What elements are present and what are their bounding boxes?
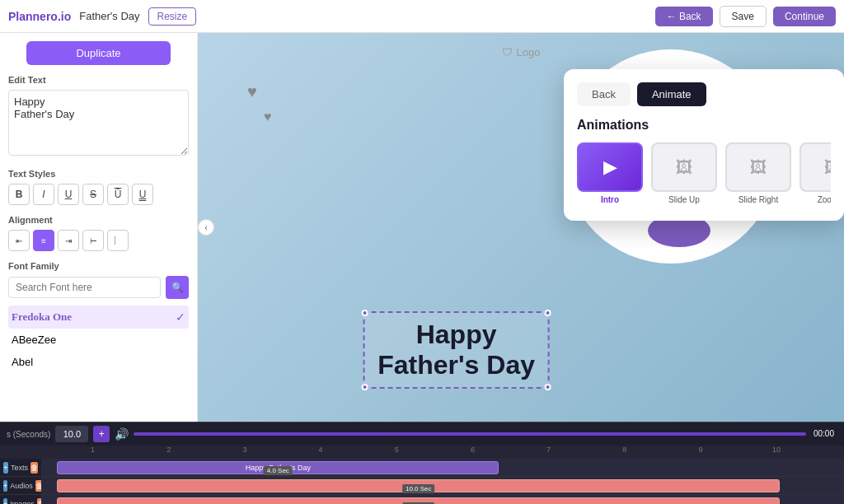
zoom-in-label: Zoom In <box>799 195 831 204</box>
animation-cards-row: ▶ Intro 🖼 Slide Up 🖼 Slide Right <box>577 142 831 208</box>
selection-dot-bl <box>361 384 368 390</box>
panel-collapse-button[interactable]: ‹ <box>198 219 214 236</box>
audios-track-label: + Audios 🗑 <box>0 477 41 494</box>
font-search-input[interactable] <box>8 277 161 298</box>
logo-label: Logo <box>517 46 541 58</box>
audios-add-button[interactable]: + <box>3 480 7 492</box>
audios-track-block[interactable]: 10.0 Sec <box>57 479 780 492</box>
bold-button[interactable]: B <box>8 184 30 205</box>
canvas-area: 🛡 Logo ♥ ♥ <box>198 33 844 422</box>
selection-dot-tr <box>545 310 551 316</box>
slide-right-visual: 🖼 <box>725 142 791 192</box>
top-right-actions: ← Back Save Continue <box>655 6 836 27</box>
continue-button[interactable]: Continue <box>773 7 836 26</box>
selection-dot-br <box>545 384 551 390</box>
logo-icon: 🛡 <box>502 46 513 58</box>
duration-input[interactable] <box>55 426 88 442</box>
zoom-in-visual: 🖼 <box>799 142 831 192</box>
images-track-content: 10.0 Sec <box>41 495 844 504</box>
align-distribute-button[interactable]: ⎸ <box>107 230 129 251</box>
timeline-controls: s (Seconds) + 🔊 00:00 <box>0 422 844 446</box>
selection-dot-tl <box>361 310 368 316</box>
texts-track-block[interactable]: Happy Father's Day 4.0 Sec <box>57 461 499 474</box>
intro-icon: ▶ <box>603 156 617 178</box>
save-button[interactable]: Save <box>720 6 767 27</box>
back-tab-button[interactable]: Back <box>577 82 631 106</box>
font-item-abel[interactable]: Abel <box>8 351 189 373</box>
ruler-mark-3: 3 <box>242 446 246 454</box>
add-duration-button[interactable]: + <box>93 426 110 442</box>
ruler-mark-7: 7 <box>546 446 551 454</box>
animation-tab-row: Back Animate <box>577 82 831 106</box>
ruler-mark-4: 4 <box>319 446 323 454</box>
edit-text-section: Edit Text Happy Father's Day <box>8 75 189 159</box>
animation-card-slide-right[interactable]: 🖼 Slide Right <box>725 142 791 204</box>
images-add-button[interactable]: + <box>3 498 7 505</box>
alignment-label: Alignment <box>8 215 189 225</box>
texts-track-row: + Texts 🗑 Happy Father's Day 4.0 Sec <box>0 459 844 477</box>
text-overlay[interactable]: Happy Father's Day <box>363 311 550 389</box>
timeline-time-display: 00:00 <box>809 427 839 440</box>
heart-icon-1: ♥ <box>247 82 272 101</box>
font-item-abeezee[interactable]: ABeeZee <box>8 329 189 351</box>
slide-up-label: Slide Up <box>651 195 717 204</box>
duplicate-button[interactable]: Duplicate <box>26 41 171 65</box>
font-search-row: 🔍 <box>8 276 189 299</box>
align-right-button[interactable]: ⇥ <box>58 230 79 251</box>
ruler-mark-9: 9 <box>698 446 702 454</box>
resize-button[interactable]: Resize <box>148 7 197 26</box>
font-family-section: Font Family 🔍 Fredoka One ✓ ABeeZee Abel <box>8 261 189 373</box>
animations-title: Animations <box>577 118 831 133</box>
align-center-button[interactable]: ≡ <box>33 230 54 251</box>
align-left-button[interactable]: ⇤ <box>8 230 30 251</box>
images-track-block[interactable]: 10.0 Sec <box>57 497 780 504</box>
texts-track-name: Texts <box>11 464 28 472</box>
hearts-decoration: ♥ ♥ <box>247 82 272 124</box>
texts-track-content: Happy Father's Day 4.0 Sec <box>41 459 844 476</box>
left-panel: Duplicate Edit Text Happy Father's Day T… <box>0 33 198 422</box>
timeline-area: s (Seconds) + 🔊 00:00 1 2 3 4 5 6 7 8 9 … <box>0 422 844 504</box>
edit-text-label: Edit Text <box>8 75 189 85</box>
volume-icon[interactable]: 🔊 <box>115 427 129 441</box>
align-justify-button[interactable]: ⊢ <box>82 230 104 251</box>
animation-card-intro[interactable]: ▶ Intro <box>577 142 643 204</box>
animate-tab-button[interactable]: Animate <box>637 82 706 106</box>
font-list: Fredoka One ✓ ABeeZee Abel <box>8 306 189 373</box>
italic-button[interactable]: I <box>33 184 54 205</box>
strikethrough-button[interactable]: S <box>82 184 104 205</box>
happy-text: Happy <box>377 320 535 350</box>
underline-button[interactable]: U <box>58 184 79 205</box>
intro-visual: ▶ <box>577 142 643 192</box>
images-track-name: Images <box>10 500 35 505</box>
audios-track-row: + Audios 🗑 10.0 Sec <box>0 477 844 495</box>
animation-card-slide-up[interactable]: 🖼 Slide Up <box>651 142 717 204</box>
overline-button[interactable]: Ū <box>107 184 129 205</box>
ruler-mark-2: 2 <box>166 446 171 454</box>
font-name-abeezee: ABeeZee <box>12 334 56 346</box>
slide-up-visual: 🖼 <box>651 142 717 192</box>
font-name-fredoka: Fredoka One <box>12 310 72 324</box>
texts-add-button[interactable]: + <box>3 462 8 474</box>
audios-track-content: 10.0 Sec <box>41 477 844 494</box>
audios-block-badge: 10.0 Sec <box>402 484 435 493</box>
font-search-button[interactable]: 🔍 <box>166 276 189 299</box>
duration-label: s (Seconds) <box>7 430 50 439</box>
check-icon-fredoka: ✓ <box>176 310 185 324</box>
main-layout: Duplicate Edit Text Happy Father's Day T… <box>0 33 844 422</box>
underline2-button[interactable]: U <box>132 184 153 205</box>
slide-right-label: Slide Right <box>725 195 791 204</box>
texts-delete-button[interactable]: 🗑 <box>30 462 38 474</box>
images-track-label: + Images 🗑 <box>0 495 41 504</box>
ruler-mark-5: 5 <box>395 446 399 454</box>
slide-up-icon: 🖼 <box>676 158 692 177</box>
slide-right-icon: 🖼 <box>750 158 767 177</box>
texts-block-badge: 4.0 Sec <box>264 466 293 475</box>
back-button[interactable]: ← Back <box>655 7 713 26</box>
text-edit-area[interactable]: Happy Father's Day <box>8 90 189 156</box>
timeline-slider[interactable] <box>134 432 806 436</box>
animation-card-zoom-in[interactable]: 🖼 Zoom In <box>799 142 831 204</box>
audios-track-name: Audios <box>10 482 33 490</box>
project-title: Father's Day <box>79 10 139 22</box>
font-item-fredoka[interactable]: Fredoka One ✓ <box>8 306 189 329</box>
timeline-ruler: 1 2 3 4 5 6 7 8 9 10 <box>0 446 844 459</box>
